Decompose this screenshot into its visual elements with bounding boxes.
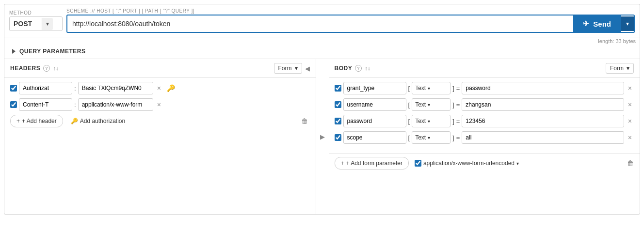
body-sort-icon[interactable]: ↑↓ (365, 65, 370, 71)
headers-form-dropdown[interactable]: Form ▾ (274, 63, 302, 74)
add-header-label: + Add header (22, 118, 57, 124)
headers-label: HEADERS (10, 65, 40, 72)
add-authorization-button[interactable]: 🔑 Add authorization (71, 118, 125, 124)
body-row-2-checkbox[interactable] (335, 101, 341, 108)
header-row-2-value[interactable] (78, 98, 153, 111)
headers-panel: HEADERS ? ↑↓ Form ▾ ◀ : (4, 59, 316, 214)
add-param-icon: + (341, 160, 344, 167)
add-auth-label: Add authorization (80, 118, 125, 124)
send-icon: ✈ (583, 19, 589, 28)
body-row-3-checkbox[interactable] (335, 118, 341, 124)
body-row-3-value[interactable] (462, 115, 624, 127)
body-row-1-type-label: Text (415, 85, 426, 92)
bracket-open-3: [ (408, 118, 410, 125)
body-row-2-type[interactable]: Text ▾ (412, 98, 451, 111)
query-params-bar[interactable]: QUERY PARAMETERS (4, 44, 640, 59)
body-row-1: [ Text ▾ ] = × (335, 82, 634, 94)
body-row-4-type-label: Text (415, 134, 426, 141)
header-row-2: : × (10, 98, 310, 111)
bracket-close-2: ] (452, 101, 454, 108)
body-row-3-type-label: Text (415, 118, 426, 124)
triangle-right-icon (12, 49, 16, 54)
body-row-4-value[interactable] (462, 131, 624, 144)
colon-1: : (74, 85, 76, 92)
body-row-3-delete[interactable]: × (626, 116, 634, 126)
headers-help-icon[interactable]: ? (43, 65, 50, 72)
headers-form-arrow: ▾ (295, 65, 298, 72)
url-scheme-label: SCHEME :// HOST [ ":" PORT ] [ PATH [ "?… (66, 8, 635, 14)
body-row-1-key[interactable] (343, 82, 406, 94)
headers-sort-icon[interactable]: ↑↓ (53, 65, 59, 71)
body-row-1-value[interactable] (462, 82, 624, 94)
send-label: Send (593, 20, 611, 28)
body-row-3-type[interactable]: Text ▾ (412, 115, 451, 127)
body-row-2: [ Text ▾ ] = × (335, 98, 634, 111)
body-row-2-value[interactable] (462, 98, 624, 111)
url-input-wrapper: ✈ Send ▾ (66, 15, 635, 33)
body-bottom-bar: + + Add form parameter application/x-www… (329, 154, 640, 172)
body-row-4-type[interactable]: Text ▾ (412, 131, 451, 144)
colon-2: : (74, 101, 76, 108)
url-input[interactable] (67, 17, 573, 31)
body-content: [ Text ▾ ] = × [ Text (329, 78, 640, 152)
body-form-arrow: ▾ (627, 65, 629, 72)
headers-trash-icon[interactable]: 🗑 (299, 116, 310, 126)
add-param-label: + Add form parameter (346, 160, 402, 167)
bracket-close-3: ] (452, 118, 454, 125)
body-row-3-key[interactable] (343, 115, 406, 127)
body-form-dropdown[interactable]: Form ▾ (606, 63, 634, 74)
body-row-1-type-arrow: ▾ (428, 86, 430, 91)
equals-4: = (456, 134, 460, 141)
body-row-2-type-arrow: ▾ (428, 102, 430, 108)
method-label: METHOD (9, 10, 63, 15)
body-row-1-type[interactable]: Text ▾ (412, 82, 451, 94)
bracket-open-4: [ (408, 134, 410, 141)
send-button[interactable]: ✈ Send (573, 15, 621, 32)
body-row-3-type-arrow: ▾ (428, 119, 430, 124)
header-row-2-checkbox[interactable] (10, 101, 17, 108)
body-row-4-key[interactable] (343, 131, 406, 144)
body-row-2-key[interactable] (343, 98, 406, 111)
content-type-checkbox[interactable] (415, 160, 421, 167)
add-auth-key-icon: 🔑 (71, 118, 78, 124)
method-dropdown-arrow[interactable]: ▾ (42, 18, 53, 30)
body-row-4-checkbox[interactable] (335, 134, 341, 141)
add-form-param-button[interactable]: + + Add form parameter (335, 157, 409, 169)
body-row-1-delete[interactable]: × (626, 83, 634, 93)
body-row-2-delete[interactable]: × (626, 100, 634, 109)
method-select[interactable]: POST ▾ (9, 16, 63, 31)
body-panel: BODY ? ↑↓ Form ▾ [ Text ▾ (329, 59, 640, 214)
content-type-section: application/x-www-form-urlencoded ▾ (415, 160, 519, 167)
body-row-4-delete[interactable]: × (626, 133, 634, 142)
body-row-1-checkbox[interactable] (335, 85, 341, 92)
send-dropdown-button[interactable]: ▾ (621, 16, 634, 31)
header-row-1-delete[interactable]: × (155, 83, 163, 93)
headers-title: HEADERS ? ↑↓ (10, 65, 59, 72)
panel-nav-arrows: ▶ (316, 59, 329, 214)
content-type-value: application/x-www-form-urlencoded (423, 160, 515, 167)
header-row-1-key[interactable] (19, 82, 72, 94)
body-row-3: [ Text ▾ ] = × (335, 115, 634, 127)
body-title: BODY ? ↑↓ (335, 65, 371, 72)
body-row-4-type-arrow: ▾ (428, 135, 430, 140)
bracket-close-1: ] (452, 85, 454, 92)
header-row-1-checkbox[interactable] (10, 85, 17, 92)
header-row-2-delete[interactable]: × (155, 100, 163, 109)
add-header-icon: + (16, 118, 20, 124)
bracket-close-4: ] (452, 134, 454, 141)
body-help-icon[interactable]: ? (355, 65, 362, 72)
length-info: length: 33 bytes (4, 37, 640, 44)
bracket-open-2: [ (408, 101, 410, 108)
body-trash-icon[interactable]: 🗑 (627, 159, 634, 167)
header-row-2-key[interactable] (19, 98, 72, 111)
headers-form-label: Form (278, 65, 292, 72)
equals-1: = (456, 85, 460, 92)
header-row-1-value[interactable] (78, 82, 153, 94)
bracket-open-1: [ (408, 85, 410, 92)
content-type-arrow[interactable]: ▾ (516, 161, 519, 166)
panel-nav-right[interactable]: ▶ (320, 133, 325, 140)
headers-nav-left[interactable]: ◀ (305, 65, 310, 72)
query-params-label: QUERY PARAMETERS (19, 48, 85, 55)
header-row-1-key-icon[interactable]: 🔑 (165, 83, 177, 93)
add-header-button[interactable]: + + Add header (10, 115, 63, 127)
